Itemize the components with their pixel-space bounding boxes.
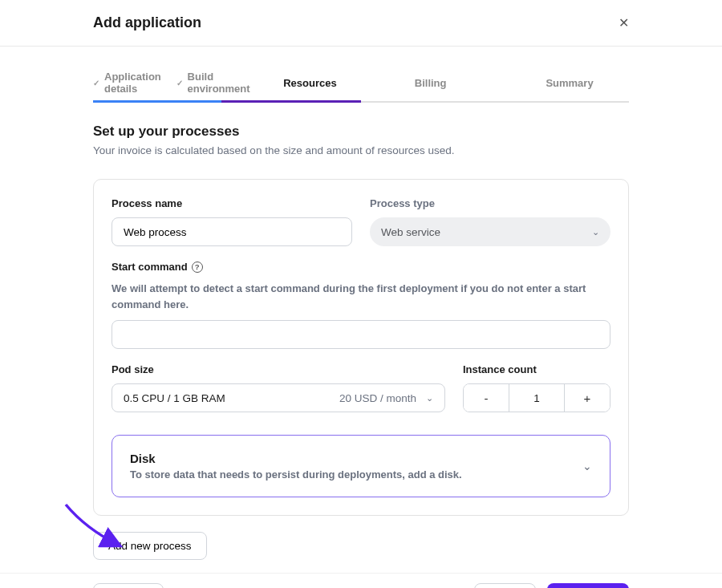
select-value: Web service <box>381 226 440 238</box>
page-title: Add application <box>93 14 201 31</box>
start-command-hint: We will attempt to detect a start comman… <box>112 281 610 312</box>
increment-button[interactable]: + <box>565 384 610 412</box>
process-card: Process name Process type Web service ⌄ … <box>93 179 629 516</box>
pod-size-label: Pod size <box>112 363 445 375</box>
pod-size-select[interactable]: 0.5 CPU / 1 GB RAM 20 USD / month ⌄ <box>112 383 445 412</box>
chevron-down-icon: ⌄ <box>426 393 433 403</box>
close-icon: ✕ <box>619 16 629 30</box>
process-name-input[interactable] <box>112 217 352 246</box>
chevron-down-icon: ⌄ <box>592 227 599 237</box>
step-resources[interactable]: Resources <box>259 66 367 101</box>
section-subtitle: Your invoice is calculated based on the … <box>93 144 629 156</box>
step-build-environment[interactable]: ✓ Build environment <box>176 66 260 101</box>
step-billing[interactable]: Billing <box>367 66 498 101</box>
step-summary[interactable]: Summary <box>497 66 629 101</box>
section-title: Set up your processes <box>93 124 629 140</box>
disk-panel[interactable]: Disk To store data that needs to persist… <box>112 435 610 497</box>
close-button[interactable]: ✕ <box>619 15 629 30</box>
disk-title: Disk <box>130 452 462 465</box>
chevron-down-icon: ⌄ <box>582 460 592 472</box>
continue-button[interactable]: Continue <box>547 583 630 588</box>
instance-count-label: Instance count <box>463 363 610 375</box>
process-name-label: Process name <box>112 197 352 209</box>
step-label: Summary <box>546 77 593 89</box>
process-type-select[interactable]: Web service ⌄ <box>370 217 610 246</box>
add-new-process-button[interactable]: Add new process <box>93 532 207 560</box>
back-button[interactable]: Back <box>474 583 535 588</box>
stepper: ✓ Application details ✓ Build environmen… <box>93 66 629 103</box>
cancel-button[interactable]: Cancel <box>93 583 164 588</box>
instance-count-value: 1 <box>509 384 565 412</box>
step-label: Resources <box>283 77 336 89</box>
help-icon[interactable]: ? <box>192 262 203 273</box>
disk-description: To store data that needs to persist duri… <box>130 468 462 481</box>
step-label: Billing <box>415 77 447 89</box>
step-label: Build environment <box>188 71 260 95</box>
start-command-input[interactable] <box>112 320 610 349</box>
pod-size-price: 20 USD / month <box>339 392 416 404</box>
process-type-label: Process type <box>370 197 610 209</box>
start-command-label: Start command ? <box>112 261 610 273</box>
step-label: Application details <box>104 71 176 95</box>
pod-size-value: 0.5 CPU / 1 GB RAM <box>124 392 225 404</box>
check-icon: ✓ <box>93 79 99 87</box>
check-icon: ✓ <box>176 79 183 87</box>
decrement-button[interactable]: - <box>464 384 509 412</box>
instance-count-stepper: - 1 + <box>463 383 610 412</box>
step-application-details[interactable]: ✓ Application details <box>93 66 176 101</box>
